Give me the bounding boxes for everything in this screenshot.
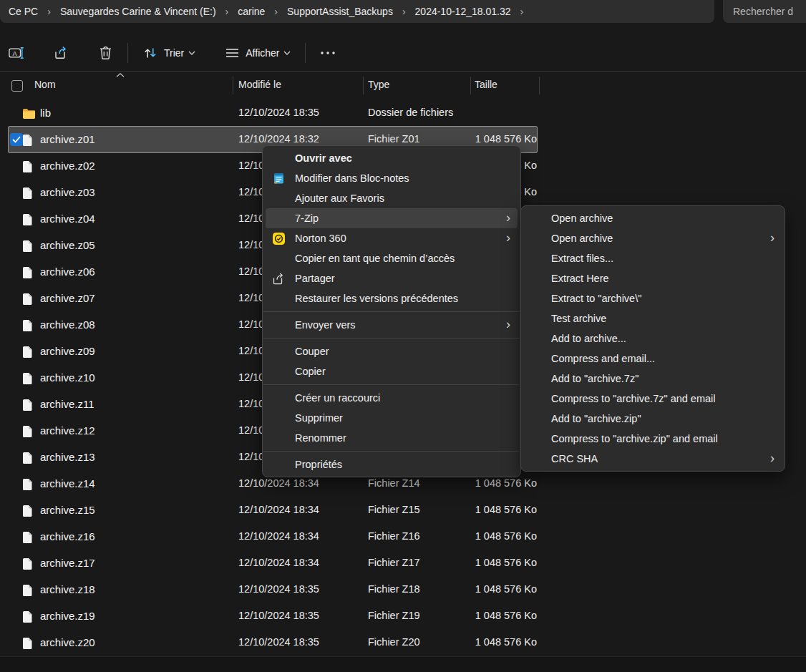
submenu-item[interactable]: Open archive [524, 208, 782, 228]
file-name: archive.z11 [40, 398, 94, 410]
file-name: archive.z13 [40, 451, 95, 463]
file-type: Fichier Z16 [368, 530, 420, 542]
menu-separator [263, 384, 520, 385]
context-menu-item[interactable]: Norton 360› [266, 228, 518, 248]
delete-button[interactable] [90, 40, 120, 66]
breadcrumb-item[interactable]: carine [233, 4, 269, 19]
search-box[interactable]: Rechercher d [723, 0, 806, 23]
breadcrumb-item[interactable]: Ce PC [4, 4, 42, 19]
context-menu-item[interactable]: Copier [266, 361, 518, 381]
file-icon [23, 610, 35, 623]
breadcrumb-chevron-icon: › [515, 6, 528, 17]
submenu-item[interactable]: Open archive› [524, 228, 782, 248]
file-icon [23, 557, 35, 570]
breadcrumb: Ce PC›Sauvegardes Carine & Vincent (E:)›… [4, 4, 528, 19]
file-row[interactable]: archive.z1712/10/2024 18:34Fichier Z171 … [0, 550, 806, 577]
chevron-right-icon: › [770, 449, 775, 468]
file-size: 1 048 576 Ko [429, 133, 537, 145]
context-menu-item[interactable]: Ajouter aux Favoris [266, 188, 518, 208]
context-menu-item[interactable]: Partager [266, 268, 518, 288]
file-name: archive.z15 [40, 504, 95, 516]
menu-item-label: Supprimer [295, 412, 343, 424]
file-row[interactable]: archive.z2012/10/2024 18:35Fichier Z201 … [0, 630, 806, 656]
file-row[interactable]: archive.z1512/10/2024 18:34Fichier Z151 … [0, 497, 806, 524]
file-type: Fichier Z17 [368, 557, 420, 568]
file-modified-date: 12/10/2024 18:34 [238, 530, 319, 542]
context-menu-item[interactable]: Envoyer vers› [266, 315, 518, 335]
file-name: archive.z10 [40, 371, 95, 384]
menu-item-label: Renommer [295, 432, 346, 444]
submenu-item[interactable]: CRC SHA› [524, 449, 782, 469]
column-divider[interactable] [470, 77, 471, 94]
submenu-item[interactable]: Extract files... [524, 248, 782, 268]
file-icon [23, 293, 35, 305]
column-divider[interactable] [233, 77, 233, 94]
menu-item-label: Norton 360 [295, 233, 346, 244]
submenu-item[interactable]: Test archive [524, 308, 782, 328]
rename-icon: A [9, 45, 24, 61]
sort-button[interactable]: Trier [135, 40, 203, 66]
submenu-item[interactable]: Extract Here [524, 268, 782, 288]
submenu-item[interactable]: Add to "archive.zip" [524, 409, 782, 429]
chevron-down-icon [283, 51, 291, 55]
context-menu-item[interactable]: Copier en tant que chemin d’accès [266, 248, 518, 268]
file-row[interactable]: archive.z1812/10/2024 18:35Fichier Z181 … [0, 577, 806, 603]
column-header-name[interactable]: Nom [34, 79, 56, 90]
file-name: archive.z09 [40, 345, 95, 357]
menu-item-label: Extract files... [551, 253, 613, 264]
context-menu: Ouvrir avecModifier dans Bloc-notesAjout… [262, 145, 521, 477]
7zip-submenu: Open archiveOpen archive›Extract files..… [520, 205, 785, 472]
column-divider[interactable] [539, 77, 540, 94]
context-menu-item[interactable]: Modifier dans Bloc-notes [266, 168, 518, 188]
file-size: 1 048 576 Ko [429, 557, 537, 568]
context-menu-item[interactable]: Créer un raccourci [266, 388, 518, 408]
column-header-size[interactable]: Taille [475, 79, 497, 90]
context-menu-item[interactable]: Restaurer les versions précédentes [266, 288, 518, 308]
submenu-item[interactable]: Add to archive... [524, 328, 782, 349]
submenu-item[interactable]: Compress and email... [524, 349, 782, 369]
menu-item-label: Ouvrir avec [295, 152, 352, 164]
check-icon [12, 136, 21, 143]
file-row[interactable]: lib12/10/2024 18:35Dossier de fichiers [0, 100, 806, 127]
row-checkbox-checked[interactable] [10, 133, 23, 146]
file-icon [23, 637, 35, 649]
submenu-item[interactable]: Compress to "archive.7z" and email [524, 389, 782, 409]
context-menu-item[interactable]: Ouvrir avec [266, 148, 518, 168]
file-row[interactable]: archive.z1912/10/2024 18:35Fichier Z191 … [0, 603, 806, 630]
breadcrumb-chevron-icon: › [269, 6, 283, 17]
more-options-button[interactable] [313, 40, 343, 66]
file-icon [23, 478, 35, 490]
submenu-item[interactable]: Extract to "archive\" [524, 288, 782, 308]
breadcrumb-item[interactable]: SupportAssist_Backups [283, 4, 397, 19]
menu-item-label: Compress to "archive.7z" and email [551, 393, 716, 404]
rename-button[interactable]: A [1, 40, 31, 66]
submenu-item[interactable]: Compress to "archive.zip" and email [524, 429, 782, 449]
column-header-type[interactable]: Type [368, 79, 389, 90]
file-icon [23, 160, 35, 172]
ellipsis-icon [320, 45, 336, 61]
context-menu-item[interactable]: Couper [266, 341, 518, 361]
file-icon [23, 319, 35, 331]
context-menu-item[interactable]: Propriétés [266, 454, 518, 474]
address-bar[interactable]: Ce PC›Sauvegardes Carine & Vincent (E:)›… [0, 0, 714, 23]
column-header-modified[interactable]: Modifié le [238, 79, 281, 90]
breadcrumb-item[interactable]: 2024-10-12_18.01.32 [411, 4, 515, 19]
chevron-right-icon: › [506, 315, 510, 334]
context-menu-item[interactable]: Renommer [266, 428, 518, 448]
file-type: Fichier Z15 [368, 504, 420, 515]
file-icon [23, 240, 35, 252]
file-row[interactable]: archive.z1612/10/2024 18:34Fichier Z161 … [0, 524, 806, 550]
share-button[interactable] [46, 40, 76, 66]
context-menu-item[interactable]: 7-Zip› [266, 208, 518, 228]
column-divider[interactable] [363, 77, 364, 94]
menu-separator [263, 451, 520, 452]
file-name: archive.z17 [40, 557, 95, 569]
view-button[interactable]: Afficher [217, 40, 298, 66]
select-all-checkbox[interactable] [11, 80, 23, 92]
menu-item-label: Compress to "archive.zip" and email [551, 433, 718, 444]
submenu-item[interactable]: Add to "archive.7z" [524, 369, 782, 389]
context-menu-item[interactable]: Supprimer [266, 408, 518, 428]
chevron-right-icon: › [506, 208, 510, 228]
breadcrumb-item[interactable]: Sauvegardes Carine & Vincent (E:) [56, 4, 220, 19]
file-name: archive.z03 [40, 186, 95, 198]
